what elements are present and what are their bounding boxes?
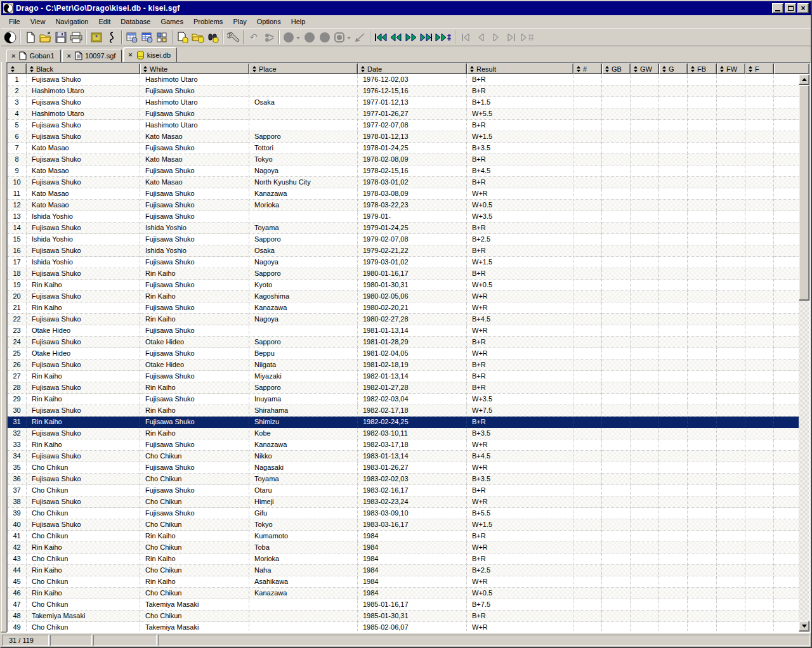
- scroll-down-button[interactable]: [799, 621, 809, 632]
- tab-close-icon[interactable]: ×: [127, 51, 133, 58]
- table-row[interactable]: 34Fujisawa ShukoCho ChikunNikko1983-01-1…: [8, 451, 799, 462]
- prev-game-button[interactable]: [388, 30, 403, 45]
- tab-kisei-db[interactable]: ×kisei.db: [123, 47, 177, 62]
- file-database-button[interactable]: [175, 30, 190, 45]
- table-row[interactable]: 7Kato MasaoFujisawa ShukoTottori1978-01-…: [8, 143, 799, 154]
- table-row[interactable]: 45Cho ChikunRin KaihoAsahikawa1984W+R: [8, 576, 799, 588]
- column-header-white[interactable]: White: [140, 63, 249, 74]
- table-row[interactable]: 47Cho ChikunTakemiya Masaki1985-01-16,17…: [8, 599, 799, 611]
- new-file-button[interactable]: [23, 30, 38, 45]
- table-row[interactable]: 14Fujisawa ShukoIshida YoshioToyama1979-…: [8, 223, 799, 234]
- table-row[interactable]: 48Takemiya MasakiCho Chikun1985-01-30,31…: [8, 611, 799, 622]
- column-header-g[interactable]: G: [659, 63, 688, 74]
- table-row[interactable]: 1Fujisawa ShukoHashimoto Utaro1976-12-02…: [8, 74, 799, 86]
- table-row[interactable]: 37Cho ChikunFujisawa ShukoOtaru1983-02-1…: [8, 485, 799, 496]
- search-database-button[interactable]: [206, 30, 221, 45]
- tab-close-icon[interactable]: ×: [66, 53, 72, 60]
- column-header-fb[interactable]: FB: [688, 63, 717, 74]
- minimize-button[interactable]: [772, 3, 783, 13]
- table-row[interactable]: 46Rin KaihoCho ChikunKanazawa1984W+0.5: [8, 588, 799, 599]
- table-row[interactable]: 38Fujisawa ShukoCho ChikunHimeji1983-02-…: [8, 496, 799, 508]
- table-row[interactable]: 9Kato MasaoFujisawa ShukoNagoya1978-02-1…: [8, 165, 799, 177]
- vertical-scrollbar[interactable]: [799, 74, 809, 632]
- last-game-button[interactable]: [419, 30, 434, 45]
- table-row[interactable]: 25Otake HideoFujisawa ShukoBeppu1981-02-…: [8, 348, 799, 360]
- table-row[interactable]: 26Fujisawa ShukoOtake HideoNiigata1981-0…: [8, 360, 799, 371]
- tab-10097-sgf[interactable]: ×10097.sgf: [62, 49, 122, 62]
- table-row[interactable]: 44Rin KaihoCho ChikunNaha1984B+2.5: [8, 565, 799, 576]
- menu-database[interactable]: Database: [115, 16, 155, 27]
- table-row[interactable]: 49Cho ChikunTakemiya Masaki1985-02-06,07…: [8, 622, 799, 632]
- table-row[interactable]: 42Rin KaihoCho ChikunToba1984W+R: [8, 542, 799, 554]
- column-header-place[interactable]: Place: [249, 63, 358, 74]
- column-header-#[interactable]: #: [573, 63, 602, 74]
- table-row[interactable]: 10Fujisawa ShukoKato MasaoNorth Kyushu C…: [8, 177, 799, 188]
- table-row[interactable]: 20Fujisawa ShukoRin KaihoKagoshima1980-0…: [8, 291, 799, 302]
- column-header-f[interactable]: F: [745, 63, 774, 74]
- goto-game-button[interactable]: [434, 30, 453, 45]
- column-header-black[interactable]: Black: [27, 63, 140, 74]
- column-header-fw[interactable]: FW: [717, 63, 745, 74]
- table-row[interactable]: 32Fujisawa ShukoRin KaihoKobe1982-03-10,…: [8, 428, 799, 439]
- first-game-button[interactable]: [373, 30, 388, 45]
- table-row[interactable]: 2Hashimoto UtaroFujisawa Shuko1976-12-15…: [8, 86, 799, 97]
- board-info-button[interactable]: *: [89, 30, 104, 45]
- column-header-gw[interactable]: GW: [631, 63, 659, 74]
- menu-problems[interactable]: Problems: [188, 16, 228, 27]
- table-row[interactable]: 43Cho ChikunRin KaihoMorioka1984B+R: [8, 554, 799, 565]
- yinyang-board-icon[interactable]: [3, 30, 18, 45]
- table-row[interactable]: 40Fujisawa ShukoCho ChikunTokyo1983-03-1…: [8, 519, 799, 531]
- scroll-up-button[interactable]: [799, 74, 809, 85]
- menu-help[interactable]: Help: [286, 16, 311, 27]
- table-row[interactable]: 3Fujisawa ShukoHashimoto UtaroOsaka1977-…: [8, 97, 799, 108]
- table-new-button[interactable]: [124, 30, 140, 45]
- print-button[interactable]: [69, 30, 84, 45]
- tab-goban1[interactable]: ×Goban1: [6, 49, 61, 62]
- close-button[interactable]: ×: [797, 3, 809, 13]
- table-edit-button[interactable]: [140, 30, 155, 45]
- table-row[interactable]: 23Otake HideoFujisawa Shuko1981-01-13,14…: [8, 325, 799, 337]
- open-folder-button[interactable]: [38, 30, 53, 45]
- next-game-button[interactable]: [403, 30, 419, 45]
- table-row[interactable]: 4Hashimoto UtaroFujisawa Shuko1977-01-26…: [8, 108, 799, 120]
- table-row[interactable]: 35Cho ChikunFujisawa ShukoNagasaki1983-0…: [8, 462, 799, 474]
- folder-database-button[interactable]: [190, 30, 206, 45]
- table-row[interactable]: 15Ishida YoshioFujisawa ShukoSapporo1979…: [8, 234, 799, 245]
- menu-games[interactable]: Games: [155, 16, 188, 27]
- table-row[interactable]: 39Cho ChikunFujisawa ShukoGifu1983-03-09…: [8, 508, 799, 519]
- table-row[interactable]: 19Rin KaihoFujisawa ShukoKyoto1980-01-30…: [8, 280, 799, 291]
- tab-close-icon[interactable]: ×: [10, 53, 16, 60]
- table-row[interactable]: 8Fujisawa ShukoKato MasaoTokyo1978-02-08…: [8, 154, 799, 165]
- table-row[interactable]: 16Fujisawa ShukoIshida YoshioOsaka1979-0…: [8, 245, 799, 257]
- menu-view[interactable]: View: [25, 16, 51, 27]
- table-row[interactable]: 30Fujisawa ShukoRin KaihoShirahama1982-0…: [8, 405, 799, 417]
- sgf-info-button[interactable]: [104, 30, 119, 45]
- table-row[interactable]: 22Fujisawa ShukoRin KaihoNagoya1980-02-2…: [8, 314, 799, 325]
- column-header-rownum[interactable]: [8, 63, 27, 74]
- tools-wrench-button[interactable]: [226, 30, 241, 45]
- table-row[interactable]: 33Rin KaihoFujisawa ShukoKanazawa1982-03…: [8, 439, 799, 451]
- table-row[interactable]: 12Kato MasaoFujisawa ShukoMorioka1978-03…: [8, 200, 799, 211]
- table-row[interactable]: 5Fujisawa ShukoHashimoto Utaro1977-02-07…: [8, 120, 799, 131]
- table-row[interactable]: 18Fujisawa ShukoRin KaihoSapporo1980-01-…: [8, 268, 799, 280]
- table-row[interactable]: 27Rin KaihoFujisawa ShukoMiyazaki1982-01…: [8, 371, 799, 382]
- table-row[interactable]: 41Cho ChikunRin KaihoKumamoto1984B+R: [8, 531, 799, 542]
- menu-file[interactable]: File: [4, 16, 25, 27]
- table-row[interactable]: 28Fujisawa ShukoRin KaihoSapporo1982-01-…: [8, 382, 799, 394]
- menu-options[interactable]: Options: [252, 16, 286, 27]
- table-row[interactable]: 17Ishida YoshioFujisawa ShukoNagoya1979-…: [8, 257, 799, 268]
- column-header-date[interactable]: Date: [358, 63, 467, 74]
- table-row[interactable]: 6Fujisawa ShukoKato MasaoSapporo1978-01-…: [8, 131, 799, 143]
- table-row[interactable]: 29Rin KaihoFujisawa ShukoInuyama1982-02-…: [8, 394, 799, 405]
- menu-edit[interactable]: Edit: [93, 16, 115, 27]
- menu-navigation[interactable]: Navigation: [50, 16, 93, 27]
- table-row[interactable]: 11Kato MasaoFujisawa ShukoKanazawa1978-0…: [8, 188, 799, 200]
- table-row[interactable]: 24Fujisawa ShukoOtake HideoSapporo1981-0…: [8, 337, 799, 348]
- table-row[interactable]: 36Fujisawa ShukoCho ChikunToyama1983-02-…: [8, 474, 799, 485]
- restore-button[interactable]: [785, 3, 796, 13]
- menu-play[interactable]: Play: [228, 16, 251, 27]
- table-merge-button[interactable]: [155, 30, 170, 45]
- scrollbar-thumb[interactable]: [799, 85, 809, 301]
- table-row[interactable]: 13Ishida YoshioFujisawa Shuko1979-01-W+3…: [8, 211, 799, 223]
- column-header-result[interactable]: Result: [467, 63, 573, 74]
